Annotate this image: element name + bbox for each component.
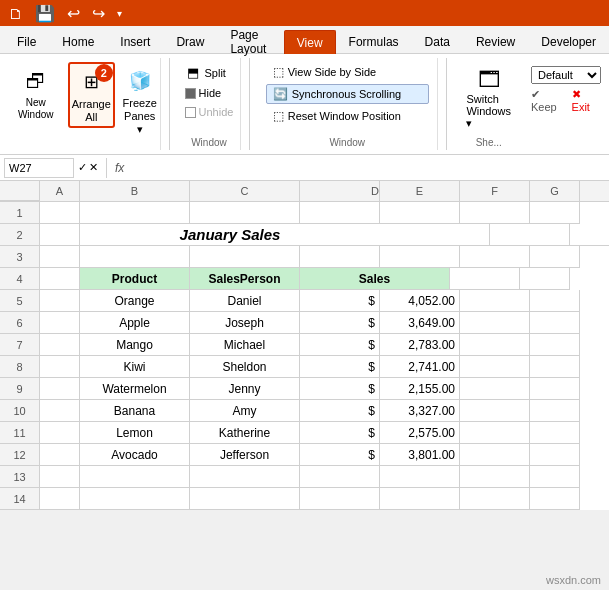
cell-13b[interactable] (80, 466, 190, 488)
cell-8c[interactable]: Sheldon (190, 356, 300, 378)
cell-5a[interactable] (40, 290, 80, 312)
unhide-button[interactable]: Unhide (178, 103, 241, 121)
cell-1e[interactable] (380, 202, 460, 224)
tab-data[interactable]: Data (412, 29, 463, 53)
cell-6a[interactable] (40, 312, 80, 334)
cell-9f[interactable] (460, 378, 530, 400)
cell-4b-product[interactable]: Product (80, 268, 190, 290)
cell-2d[interactable] (490, 224, 570, 246)
hide-button[interactable]: Hide (178, 84, 241, 102)
new-window-button[interactable]: 🗗 New Window (6, 62, 66, 124)
tab-file[interactable]: File (4, 29, 49, 53)
cell-2c[interactable] (380, 224, 490, 246)
switch-windows-button[interactable]: 🗔 SwitchWindows ▾ (457, 62, 520, 135)
qa-dropdown[interactable]: ▾ (113, 8, 126, 19)
cell-5d[interactable]: $ (300, 290, 380, 312)
cell-5g[interactable] (530, 290, 580, 312)
cell-8d[interactable]: $ (300, 356, 380, 378)
cell-3a[interactable] (40, 246, 80, 268)
cell-9a[interactable] (40, 378, 80, 400)
arrange-all-button[interactable]: ⊞ ArrangeAll 2 (68, 62, 115, 128)
cell-3f[interactable] (460, 246, 530, 268)
cell-12a[interactable] (40, 444, 80, 466)
cell-12d[interactable]: $ (300, 444, 380, 466)
tab-page-layout[interactable]: Page Layout (217, 29, 283, 53)
cell-13e[interactable] (380, 466, 460, 488)
cell-14a[interactable] (40, 488, 80, 510)
cell-10e[interactable]: 3,327.00 (380, 400, 460, 422)
cell-10b[interactable]: Banana (80, 400, 190, 422)
exit-button[interactable]: ✖ Exit (572, 88, 601, 113)
cell-7a[interactable] (40, 334, 80, 356)
formula-input[interactable] (132, 158, 605, 178)
cell-9b[interactable]: Watermelon (80, 378, 190, 400)
cell-10g[interactable] (530, 400, 580, 422)
tab-review[interactable]: Review (463, 29, 528, 53)
cell-12b[interactable]: Avocado (80, 444, 190, 466)
qa-redo[interactable]: ↪ (88, 4, 109, 23)
cell-6f[interactable] (460, 312, 530, 334)
cell-13c[interactable] (190, 466, 300, 488)
tab-home[interactable]: Home (49, 29, 107, 53)
cell-3c[interactable] (190, 246, 300, 268)
cell-12c[interactable]: Jefferson (190, 444, 300, 466)
reset-window-button[interactable]: ⬚ Reset Window Position (266, 106, 429, 126)
cell-2b-title[interactable]: January Sales (80, 224, 380, 246)
cell-14c[interactable] (190, 488, 300, 510)
cell-4d-sales[interactable]: Sales (300, 268, 450, 290)
cell-8e[interactable]: 2,741.00 (380, 356, 460, 378)
cell-3d[interactable] (300, 246, 380, 268)
cell-14e[interactable] (380, 488, 460, 510)
cell-4g[interactable] (520, 268, 570, 290)
cell-14b[interactable] (80, 488, 190, 510)
cell-1a[interactable] (40, 202, 80, 224)
cell-7b[interactable]: Mango (80, 334, 190, 356)
cell-5f[interactable] (460, 290, 530, 312)
cell-7g[interactable] (530, 334, 580, 356)
keep-button[interactable]: ✔ Keep (531, 88, 568, 113)
cell-8f[interactable] (460, 356, 530, 378)
cell-7e[interactable]: 2,783.00 (380, 334, 460, 356)
cell-2a[interactable] (40, 224, 80, 246)
cell-8a[interactable] (40, 356, 80, 378)
cell-11g[interactable] (530, 422, 580, 444)
cell-11f[interactable] (460, 422, 530, 444)
cell-12e[interactable]: 3,801.00 (380, 444, 460, 466)
cell-1b[interactable] (80, 202, 190, 224)
cell-13a[interactable] (40, 466, 80, 488)
cell-11a[interactable] (40, 422, 80, 444)
cell-11e[interactable]: 2,575.00 (380, 422, 460, 444)
cell-6d[interactable]: $ (300, 312, 380, 334)
cell-6c[interactable]: Joseph (190, 312, 300, 334)
cell-13g[interactable] (530, 466, 580, 488)
tab-insert[interactable]: Insert (107, 29, 163, 53)
cell-1c[interactable] (190, 202, 300, 224)
cell-5e[interactable]: 4,052.00 (380, 290, 460, 312)
fx-check[interactable]: ✓ (78, 161, 87, 174)
name-box[interactable]: W27 (4, 158, 74, 178)
cell-10c[interactable]: Amy (190, 400, 300, 422)
cell-10d[interactable]: $ (300, 400, 380, 422)
cell-11c[interactable]: Katherine (190, 422, 300, 444)
cell-11d[interactable]: $ (300, 422, 380, 444)
cell-3b[interactable] (80, 246, 190, 268)
view-side-by-side-button[interactable]: ⬚ View Side by Side (266, 62, 429, 82)
cell-10f[interactable] (460, 400, 530, 422)
cell-5b[interactable]: Orange (80, 290, 190, 312)
tab-formulas[interactable]: Formulas (336, 29, 412, 53)
cell-5c[interactable]: Daniel (190, 290, 300, 312)
cell-9d[interactable]: $ (300, 378, 380, 400)
cell-4a[interactable] (40, 268, 80, 290)
freeze-panes-button[interactable]: 🧊 FreezePanes ▾ (117, 62, 163, 140)
hide-checkbox[interactable] (185, 88, 196, 99)
cell-3g[interactable] (530, 246, 580, 268)
cell-8g[interactable] (530, 356, 580, 378)
cell-7c[interactable]: Michael (190, 334, 300, 356)
cell-9g[interactable] (530, 378, 580, 400)
cell-8b[interactable]: Kiwi (80, 356, 190, 378)
cell-1g[interactable] (530, 202, 580, 224)
cell-7d[interactable]: $ (300, 334, 380, 356)
qa-undo[interactable]: ↩ (63, 4, 84, 23)
cell-11b[interactable]: Lemon (80, 422, 190, 444)
cell-3e[interactable] (380, 246, 460, 268)
